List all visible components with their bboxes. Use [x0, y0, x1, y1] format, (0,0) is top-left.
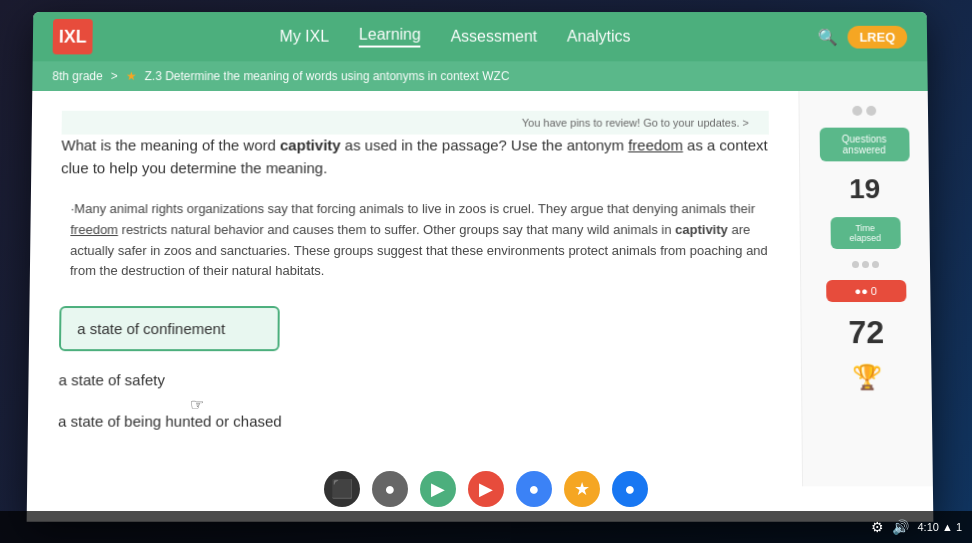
breadcrumb-sep1: >: [111, 69, 118, 83]
icon-btn-1[interactable]: ⬛: [324, 471, 360, 507]
answer-option-2[interactable]: a state of safety: [58, 367, 771, 392]
dot-2: [866, 106, 876, 116]
right-sidebar: Questions answered 19 Time elapsed ●● 0 …: [798, 91, 933, 486]
icon-btn-7[interactable]: ●: [612, 471, 648, 507]
answer-option-1[interactable]: a state of confinement: [59, 306, 280, 351]
nav-learning[interactable]: Learning: [359, 26, 421, 48]
taskbar-time: 4:10 ▲ 1: [917, 521, 962, 533]
icon-btn-5[interactable]: ●: [516, 471, 552, 507]
icon-btn-6[interactable]: ★: [564, 471, 600, 507]
nav-bar: IXL My IXL Learning Assessment Analytics…: [33, 12, 928, 61]
notification-text[interactable]: You have pins to review! Go to your upda…: [522, 117, 749, 129]
search-icon[interactable]: 🔍: [818, 27, 838, 46]
breadcrumb-grade[interactable]: 8th grade: [52, 69, 103, 83]
passage-captivity: captivity: [675, 222, 728, 237]
nav-assessment[interactable]: Assessment: [451, 28, 538, 46]
icon-btn-3[interactable]: ▶: [420, 471, 456, 507]
breadcrumb: 8th grade > ★ Z.3 Determine the meaning …: [32, 61, 927, 91]
nav-analytics[interactable]: Analytics: [567, 28, 631, 46]
notification-bar: You have pins to review! Go to your upda…: [62, 111, 769, 135]
icon-btn-4[interactable]: ▶: [468, 471, 504, 507]
nav-myixl[interactable]: My IXL: [280, 28, 330, 46]
taskbar: ⚙ 🔊 4:10 ▲ 1: [0, 511, 972, 543]
question-text: What is the meaning of the word captivit…: [61, 135, 769, 180]
questions-answered-badge: Questions answered: [819, 128, 909, 162]
dot-1: [852, 106, 862, 116]
passage: ·Many animal rights organizations say th…: [60, 199, 770, 282]
nav-right: 🔍 LREQ: [818, 25, 908, 48]
small-dots: [852, 261, 879, 268]
ixl-logo: IXL: [53, 19, 93, 55]
trophy-icon: 🏆: [852, 363, 882, 391]
breadcrumb-star: ★: [126, 69, 137, 83]
nav-links: My IXL Learning Assessment Analytics: [122, 26, 788, 48]
passage-freedom: freedom: [70, 222, 118, 237]
breadcrumb-skill[interactable]: Z.3 Determine the meaning of words using…: [145, 69, 510, 83]
score-1: 19: [849, 173, 880, 205]
taskbar-icon-1: ⚙: [871, 519, 884, 535]
answer-option-3[interactable]: a state of being hunted or chased: [58, 409, 771, 434]
antonym-word: freedom: [628, 137, 683, 154]
small-dot-3: [872, 261, 879, 268]
big-score: 72: [848, 314, 884, 351]
sidebar-dots: [852, 106, 876, 116]
small-dot-2: [862, 261, 869, 268]
questions-answered-label: Questions answered: [829, 134, 899, 156]
icon-btn-2[interactable]: ●: [372, 471, 408, 507]
taskbar-icon-2: 🔊: [892, 519, 909, 535]
small-dot-1: [852, 261, 859, 268]
bold-word: captivity: [280, 137, 341, 154]
bottom-icons: ⬛ ● ▶ ▶ ● ★ ●: [324, 471, 648, 507]
main-content: You have pins to review! Go to your upda…: [27, 91, 933, 486]
time-label: Time elapsed: [840, 223, 890, 243]
left-content: You have pins to review! Go to your upda…: [27, 91, 802, 486]
time-badge: Time elapsed: [830, 217, 900, 249]
alert-badge: ●● 0: [826, 280, 906, 302]
score-badge: LREQ: [847, 25, 907, 48]
